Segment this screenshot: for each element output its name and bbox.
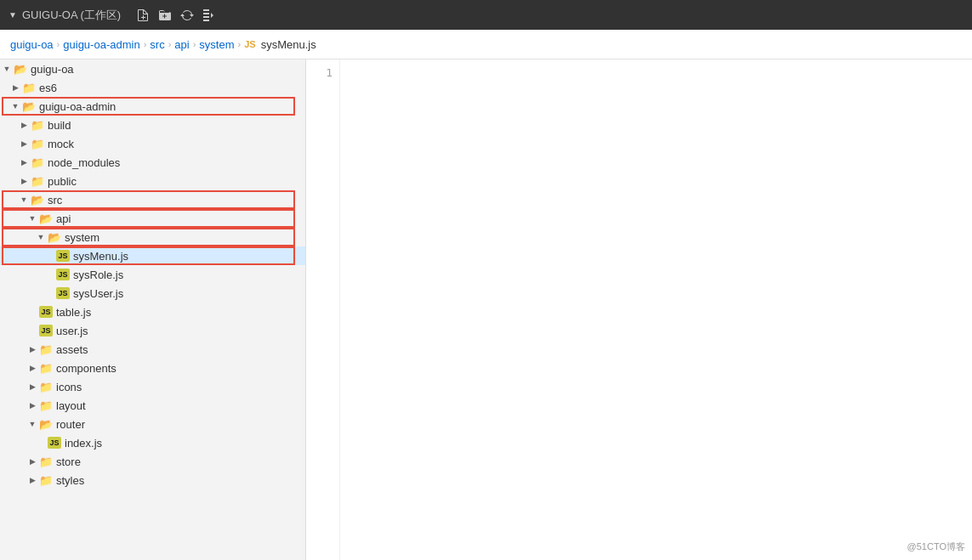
item-label-styles: styles <box>56 474 84 487</box>
folder-icon-styles: 📁 <box>39 473 53 487</box>
arrow-router <box>26 417 39 431</box>
tree-item-table.js[interactable]: JStable.js <box>0 303 305 321</box>
breadcrumb-sep-1: › <box>57 39 60 49</box>
sidebar: 📂guigu-oa📁es6📂guigu-oa-admin📁build📁mock📁… <box>0 59 306 560</box>
breadcrumb-sep-2: › <box>144 39 147 49</box>
item-label-guigu-oa-root: guigu-oa <box>31 63 74 76</box>
tree-item-api[interactable]: 📂api <box>0 209 305 228</box>
folder-icon-es6: 📁 <box>22 81 36 94</box>
folder-icon-node_modules: 📁 <box>31 156 44 169</box>
tree-item-styles[interactable]: 📁styles <box>0 471 305 489</box>
item-label-public: public <box>48 175 77 188</box>
arrow-none-index.js <box>34 436 48 450</box>
breadcrumb-part-5[interactable]: system <box>199 38 234 51</box>
arrow-guigu-oa-root <box>0 62 14 76</box>
folder-icon-store: 📁 <box>39 455 53 468</box>
arrow-store <box>26 455 39 468</box>
code-area[interactable] <box>340 59 972 560</box>
folder-icon-icons: 📁 <box>39 380 53 393</box>
tree-item-system[interactable]: 📂system <box>0 228 305 246</box>
breadcrumb-sep-5: › <box>238 39 242 49</box>
item-label-build: build <box>48 119 71 132</box>
tree-item-icons[interactable]: 📁icons <box>0 377 305 396</box>
tree-item-guigu-oa-root[interactable]: 📂guigu-oa <box>0 59 305 78</box>
arrow-components <box>26 361 39 375</box>
arrow-none-sysRole.js <box>43 268 56 281</box>
arrow-icons <box>26 380 39 393</box>
breadcrumb-sep-3: › <box>168 39 172 49</box>
folder-icon-layout: 📁 <box>39 399 53 412</box>
item-label-system: system <box>65 231 99 244</box>
item-label-icons: icons <box>56 381 82 393</box>
item-label-mock: mock <box>48 138 74 150</box>
arrow-public <box>17 174 31 188</box>
tree-item-build[interactable]: 📁build <box>0 116 305 134</box>
arrow-none-table.js <box>26 305 39 319</box>
breadcrumb-filename: sysMenu.js <box>261 38 316 51</box>
folder-icon-api: 📂 <box>39 212 53 225</box>
item-label-sysUser.js: sysUser.js <box>73 287 123 300</box>
breadcrumb-part-1[interactable]: guigu-oa <box>10 38 54 51</box>
new-file-button[interactable] <box>134 7 151 24</box>
js-icon-table.js: JS <box>39 306 53 318</box>
folder-icon-components: 📁 <box>39 361 53 375</box>
tree-item-store[interactable]: 📁store <box>0 452 305 471</box>
tree-item-sysMenu.js[interactable]: JSsysMenu.js <box>0 246 305 265</box>
line-number-1: 1 <box>306 66 333 79</box>
title-text: GUIGU-OA (工作区) <box>22 8 121 23</box>
js-icon-sysMenu.js: JS <box>56 250 70 262</box>
line-numbers: 1 <box>306 59 340 560</box>
new-folder-button[interactable] <box>156 7 173 24</box>
arrow-assets <box>26 342 39 356</box>
tree-item-es6[interactable]: 📁es6 <box>0 78 305 97</box>
item-label-api: api <box>56 212 71 225</box>
folder-icon-router: 📂 <box>39 417 53 431</box>
item-label-sysRole.js: sysRole.js <box>73 269 123 281</box>
tree-item-mock[interactable]: 📁mock <box>0 134 305 153</box>
title-actions <box>134 7 218 24</box>
tree-item-components[interactable]: 📁components <box>0 359 305 377</box>
folder-icon-src: 📂 <box>31 193 44 206</box>
item-label-assets: assets <box>56 343 88 356</box>
arrow-none-sysUser.js <box>43 286 56 300</box>
folder-icon-build: 📁 <box>31 118 44 132</box>
js-icon-user.js: JS <box>39 325 53 337</box>
main-area: 📂guigu-oa📁es6📂guigu-oa-admin📁build📁mock📁… <box>0 59 972 560</box>
folder-icon-guigu-oa-admin: 📂 <box>22 99 36 113</box>
js-icon-sysRole.js: JS <box>56 269 70 280</box>
arrow-guigu-oa-admin <box>9 99 22 113</box>
tree-item-layout[interactable]: 📁layout <box>0 396 305 415</box>
tree-item-src[interactable]: 📂src <box>0 190 305 209</box>
arrow-api <box>26 212 39 225</box>
folder-icon-public: 📁 <box>31 174 44 188</box>
item-label-src: src <box>48 194 62 206</box>
arrow-mock <box>17 137 31 150</box>
arrow-es6 <box>9 81 22 94</box>
tree-item-node_modules[interactable]: 📁node_modules <box>0 153 305 172</box>
tree-item-assets[interactable]: 📁assets <box>0 340 305 359</box>
tree-item-index.js[interactable]: JSindex.js <box>0 433 305 452</box>
tree-item-sysRole.js[interactable]: JSsysRole.js <box>0 265 305 284</box>
item-label-es6: es6 <box>39 82 57 94</box>
breadcrumb-bar: guigu-oa › guigu-oa-admin › src › api › … <box>0 30 972 59</box>
collapse-button[interactable] <box>201 7 218 24</box>
tree-item-sysUser.js[interactable]: JSsysUser.js <box>0 284 305 303</box>
js-icon-index.js: JS <box>48 437 61 449</box>
refresh-button[interactable] <box>179 7 196 24</box>
tree-item-public[interactable]: 📁public <box>0 172 305 190</box>
tree-item-router[interactable]: 📂router <box>0 415 305 433</box>
tree-item-user.js[interactable]: JSuser.js <box>0 321 305 340</box>
breadcrumb-part-4[interactable]: api <box>174 38 189 51</box>
js-icon-sysUser.js: JS <box>56 287 70 299</box>
tree-item-guigu-oa-admin[interactable]: 📂guigu-oa-admin <box>0 97 305 116</box>
folder-icon-system: 📂 <box>48 230 61 244</box>
breadcrumb-part-2[interactable]: guigu-oa-admin <box>63 38 139 51</box>
item-label-guigu-oa-admin: guigu-oa-admin <box>39 100 116 113</box>
folder-icon-assets: 📁 <box>39 342 53 356</box>
breadcrumb-part-3[interactable]: src <box>150 38 164 51</box>
arrow-styles <box>26 473 39 487</box>
editor: 1 <box>306 59 972 560</box>
item-label-router: router <box>56 418 85 431</box>
breadcrumb-sep-4: › <box>193 39 196 49</box>
arrow-build <box>17 118 31 132</box>
